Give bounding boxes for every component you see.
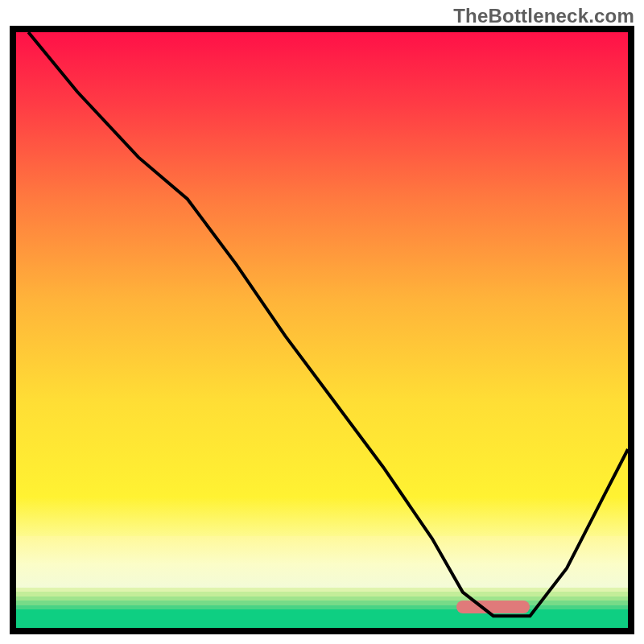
watermark-text: TheBottleneck.com <box>453 5 634 27</box>
chart-curve <box>16 32 628 628</box>
chart-frame <box>10 26 634 634</box>
